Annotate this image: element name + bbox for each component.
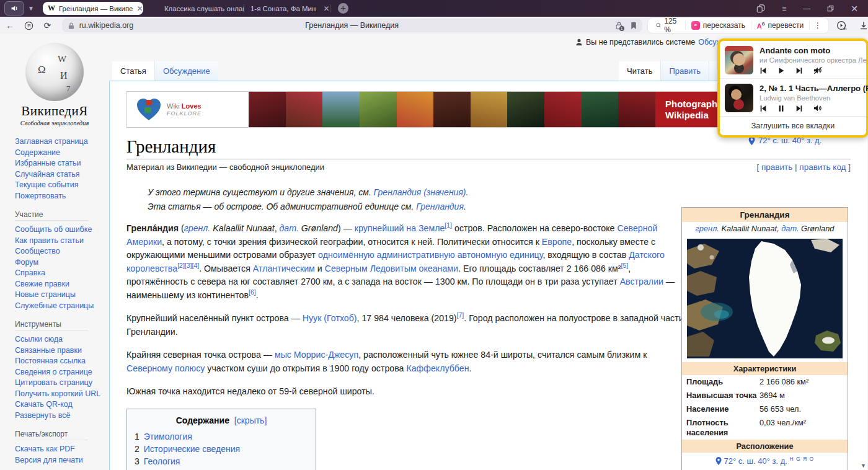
download-icon[interactable]	[859, 21, 868, 30]
text-link[interactable]: дат.	[280, 223, 299, 233]
toc-hide-link[interactable]: [скрыть]	[234, 415, 267, 425]
sidebar-link[interactable]: Скачать QR-код	[15, 400, 73, 409]
sidebar-link[interactable]: Служебные страницы	[15, 301, 94, 310]
previous-track-icon[interactable]	[760, 67, 767, 74]
text-link[interactable]: одноимённую административную автономную …	[318, 250, 542, 260]
text-link[interactable]: гренл.	[696, 224, 719, 233]
greenland-satellite-map[interactable]	[687, 239, 843, 358]
sidebar-link[interactable]: Справка	[15, 268, 45, 277]
sidebar-link[interactable]: Получить короткий URL	[15, 389, 100, 398]
sidebar-link[interactable]: Постоянная ссылка	[15, 357, 86, 365]
text-link[interactable]: Каффеклуббен	[406, 363, 469, 373]
sidebar-link[interactable]: Как править статьи	[15, 236, 84, 245]
reload-button[interactable]: ⟳	[38, 20, 57, 30]
pause-icon[interactable]	[777, 105, 785, 112]
text-link[interactable]: Нуук (Готхоб)	[303, 313, 357, 323]
sidebar-link[interactable]: Текущие события	[15, 180, 78, 189]
text-link[interactable]: Европе	[542, 237, 572, 247]
speaker-icon[interactable]	[813, 104, 822, 112]
text-link[interactable]: Северному полюсу	[126, 363, 205, 373]
sidebar-link[interactable]: Сообщить об ошибке	[15, 225, 92, 234]
close-window-button[interactable]: ✕	[851, 4, 858, 14]
protect-icon[interactable]: 1	[615, 21, 623, 30]
tab-sonata[interactable]: 1-я Соната, Фа Мин ✕	[244, 4, 330, 13]
chevron-down-icon[interactable]: ▼	[28, 5, 34, 12]
sidebar-link[interactable]: Сведения о странице	[15, 368, 92, 376]
previous-track-icon[interactable]	[760, 105, 767, 112]
sidebar-link[interactable]: Версия для печати	[15, 456, 83, 464]
yandex-services-button[interactable]: Я	[20, 21, 38, 30]
tab-panels-icon[interactable]	[756, 4, 765, 13]
text-link[interactable]: Гренландия	[416, 202, 464, 211]
reference-link[interactable]: [5]	[621, 262, 629, 269]
browser-toolbar: ← Я ⟳ ru.wikipedia.org Гренландия — Вики…	[0, 17, 868, 35]
reference-link[interactable]: [6]	[249, 288, 256, 296]
media-item[interactable]: Andante con moto ии Симфонического оркес…	[720, 41, 866, 78]
coords-text[interactable]: 72° с. ш. 40° з. д.	[724, 456, 787, 466]
geohack-links[interactable]: H G Я O	[789, 456, 814, 462]
sidebar-link[interactable]: Форум	[15, 258, 38, 267]
zoom-control[interactable]: 125 %	[650, 17, 685, 34]
play-icon[interactable]	[777, 67, 785, 74]
reference-link[interactable]: [1]	[445, 221, 452, 229]
close-icon[interactable]: ✕	[137, 4, 143, 13]
sidebar-link[interactable]: Заглавная страница	[15, 137, 88, 146]
sidebar-link[interactable]: Сообщество	[15, 247, 60, 255]
text-link[interactable]: мыс Моррис-Джесуп	[275, 350, 358, 360]
video-player-icon[interactable]	[836, 20, 847, 31]
tabbar-audio-button[interactable]	[4, 1, 24, 16]
text-link[interactable]: дат.	[781, 224, 799, 233]
toc-item[interactable]: 2Исторические сведения	[135, 443, 308, 455]
tab-classical-music[interactable]: Классика слушать онлайн	[158, 5, 244, 12]
text-link[interactable]: Гренландия (значения)	[374, 187, 466, 197]
translate-button[interactable]: Aб перевести	[751, 21, 810, 30]
sidebar-link[interactable]: Развернуть всё	[15, 411, 70, 420]
address-bar[interactable]: ru.wikipedia.org Гренландия — Википедия …	[62, 19, 642, 32]
text-link[interactable]: Северным Ледовитым океанами	[325, 264, 458, 273]
next-track-icon[interactable]	[795, 67, 803, 74]
restore-button[interactable]	[827, 5, 834, 12]
sidebar-link[interactable]: Ссылки сюда	[15, 335, 63, 344]
muted-speaker-icon[interactable]	[813, 66, 822, 74]
tab-edit[interactable]: Править	[660, 61, 709, 81]
text-link[interactable]: крупнейший на Земле	[355, 223, 445, 233]
toc-item[interactable]: 4Оледенение и рельеф	[135, 468, 308, 470]
close-icon[interactable]: ✕	[323, 4, 329, 13]
sidebar-link[interactable]: Избранные статьи	[15, 159, 81, 167]
new-tab-button[interactable]: +	[338, 3, 348, 14]
menu-icon[interactable]: ≡	[782, 4, 786, 13]
text-link[interactable]: править код	[799, 162, 846, 172]
wikipedia-logo[interactable]: Ω W И 7 ВикипедиЯ Свободная энциклопедия	[0, 43, 109, 126]
text-segment: , расположенный чуть южнее 84-й широты, …	[358, 350, 647, 360]
sidebar-link[interactable]: Содержание	[15, 148, 60, 157]
reference-link[interactable]: [2][3][4]	[177, 262, 199, 269]
more-options-icon[interactable]: ⋮	[810, 21, 826, 30]
sidebar-link[interactable]: Скачать как PDF	[15, 445, 75, 453]
text-link[interactable]: Австралии	[620, 277, 663, 286]
mute-all-tabs-button[interactable]: Заглушить все вкладки	[720, 116, 866, 135]
media-item[interactable]: 2, № 1. 1 Часть—Аллегро (Re Ludwig van B…	[720, 78, 866, 116]
sidebar-link[interactable]: Случайная статья	[15, 170, 80, 179]
sidebar-link[interactable]: Цитировать страницу	[15, 378, 92, 387]
infobox-coordinates[interactable]: 72° с. ш. 40° з. д. H G Я O	[682, 453, 848, 469]
tab-discussion[interactable]: Обсуждение	[154, 61, 218, 81]
text-link[interactable]: править	[761, 162, 792, 172]
next-track-icon[interactable]	[795, 105, 803, 112]
tab-greenland[interactable]: W Гренландия — Википе ✕	[43, 2, 143, 15]
sidebar-link[interactable]: Связанные правки	[15, 346, 82, 355]
tab-read[interactable]: Читать	[619, 61, 660, 81]
sidebar-link[interactable]: Свежие правки	[15, 280, 69, 288]
tab-article[interactable]: Статья	[112, 61, 154, 81]
retell-button[interactable]: « пересказать	[686, 21, 751, 30]
text-link[interactable]: Атлантическим	[253, 264, 315, 273]
text-link[interactable]: гренл.	[184, 223, 211, 233]
toc-item[interactable]: 1Этимология	[135, 430, 308, 443]
toc-item[interactable]: 3Геология	[135, 455, 308, 468]
bookmark-icon[interactable]	[631, 22, 637, 30]
sidebar-link[interactable]: Пожертвовать	[15, 192, 66, 200]
scrollbar-down-arrow[interactable]: ▼	[861, 463, 866, 469]
sidebar-link[interactable]: Новые страницы	[15, 290, 76, 299]
reference-link[interactable]: [7]	[457, 311, 464, 319]
minimize-button[interactable]: —	[803, 4, 810, 13]
back-button[interactable]: ←	[0, 20, 20, 30]
